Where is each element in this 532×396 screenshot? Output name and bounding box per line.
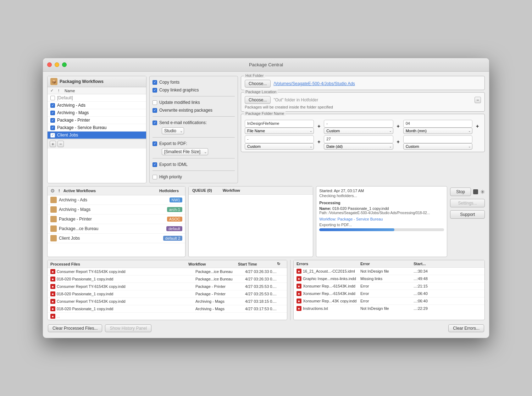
active-item-client-jobs[interactable]: Client Jobs default 2 <box>48 234 185 243</box>
status-path-value: /Volumes/SeagateE-500-4/Jobs/Studio Ads/… <box>328 211 430 215</box>
folder-seg2-value: - <box>324 120 393 128</box>
folder-r2-seg1-dropdown[interactable]: Custom <box>245 143 314 150</box>
overwrite-row: ✓ Overwrite existing packages <box>153 107 235 113</box>
status-processing-label: Processing <box>319 201 444 205</box>
th-errors-type: Error <box>360 262 414 266</box>
workflow-item-package-service[interactable]: ✓ Package - Service Bureau <box>48 124 146 132</box>
folder-seg2-select[interactable]: Custom <box>324 128 393 134</box>
workflow-item-default[interactable]: [Default] <box>48 94 146 102</box>
error-row-4: ■Xonsumer Rep...43K copy.indd Error ...:… <box>294 297 484 305</box>
folder-seg3-select[interactable]: Month (mm) <box>403 128 472 134</box>
pdf-select-wrapper[interactable]: [Smallest File Size] <box>162 148 208 155</box>
error-row-0: ■16_21_Acoust...-CC2015.idml Not InDesig… <box>294 268 484 275</box>
maximize-button[interactable] <box>62 62 67 67</box>
close-button[interactable] <box>47 62 52 67</box>
col-active-hotfolders: Hotfolders <box>159 189 182 193</box>
workflow-item-archiving-mags[interactable]: ✓ Archiving - Mags <box>48 109 146 117</box>
active-item-package-printer[interactable]: Package - Printer ASOC <box>48 214 185 224</box>
support-button[interactable]: Support <box>450 210 485 219</box>
clear-errors-button[interactable]: Clear Errors... <box>448 324 484 332</box>
copy-fonts-checkbox[interactable]: ✓ <box>153 80 157 85</box>
workflow-checkbox-default[interactable] <box>50 96 55 100</box>
active-icon-package-printer <box>50 216 57 222</box>
workflow-checkbox-package-printer[interactable]: ✓ <box>50 118 55 123</box>
add-workflow-button[interactable]: + <box>50 141 56 147</box>
workflow-item-archiving-ads[interactable]: ✓ Archiving - Ads <box>48 102 146 109</box>
stop-button[interactable]: Stop <box>450 188 471 196</box>
workflows-header: 📦 Packaging Workflows <box>48 76 146 87</box>
td-error-type-0: Not InDesign file <box>360 269 414 273</box>
folder-add1[interactable]: + <box>474 123 481 134</box>
email-select[interactable]: Studio <box>162 127 184 134</box>
folder-r2-seg3-select[interactable]: Custom <box>403 143 472 150</box>
folder-r2-seg1-select[interactable]: Custom <box>245 143 314 150</box>
high-priority-label: High priority <box>159 174 182 179</box>
workflow-name-package-service: Package - Service Bureau <box>57 125 106 130</box>
folder-add2[interactable] <box>474 145 481 150</box>
right-panel: Hot Folder Choose... /Volumes/SeagateE-5… <box>241 76 485 183</box>
td-error-start-0: ...:30:34 <box>414 269 482 273</box>
folder-r2-op2: + <box>395 139 402 150</box>
active-icon-archiving-ads <box>50 197 57 203</box>
workflow-name-archiving-mags: Archiving - Mags <box>57 110 89 115</box>
overwrite-label: Overwrite existing packages <box>159 108 212 113</box>
active-item-archiving-mags[interactable]: Archiving - Mags arch-1 <box>48 205 185 214</box>
minimize-button[interactable] <box>55 62 59 67</box>
remove-workflow-button[interactable]: − <box>57 141 64 147</box>
active-icon-archiving-mags <box>50 206 57 213</box>
active-item-package-bureau[interactable]: Package...ce Bureau default <box>48 224 185 234</box>
export-idml-checkbox[interactable]: ✓ <box>153 162 157 167</box>
folder-op2: + <box>395 123 402 134</box>
folder-seg1-select[interactable]: File Name <box>245 128 314 134</box>
workflow-checkbox-client-jobs[interactable]: ✓ <box>50 133 55 138</box>
file-icon-6: ■ <box>50 314 55 319</box>
active-item-archiving-ads[interactable]: Archiving - Ads NW1 <box>48 195 185 205</box>
folder-r2-seg2-select[interactable]: Date (dd) <box>324 143 393 150</box>
processed-row-5: ■018-020 Passionate_1 copy.indd Archivin… <box>48 305 287 313</box>
pdf-select-row: [Smallest File Size] <box>153 148 235 155</box>
pdf-select[interactable]: [Smallest File Size] <box>162 148 208 155</box>
status-checking: Checking hotfolders... <box>319 194 444 198</box>
workflow-checkbox-package-service[interactable]: ✓ <box>50 126 55 130</box>
processed-row-1: ■018-020 Passionate_1 copy.indd Package.… <box>48 275 287 283</box>
overwrite-checkbox[interactable]: ✓ <box>153 108 157 113</box>
folder-seg3-dropdown[interactable]: Month (mm) <box>403 128 472 134</box>
error-icon-5: ■ <box>297 306 301 311</box>
update-modified-checkbox[interactable] <box>153 100 157 105</box>
progress-bar-fill <box>319 228 394 231</box>
export-pdf-checkbox[interactable]: ✓ <box>153 141 157 146</box>
export-idml-label: Export to IDML <box>159 162 188 167</box>
settings-button[interactable]: Settings... <box>450 199 485 207</box>
hot-folder-choose-button[interactable]: Choose... <box>245 80 271 88</box>
processed-row-4: ■Consumer Report TY-61543K copy.indd Arc… <box>48 298 287 305</box>
status-name-label: Name: <box>319 206 331 211</box>
folder-r2-seg2-value: 27 <box>324 135 393 143</box>
show-history-button[interactable]: Show History Panel <box>105 324 151 332</box>
send-email-checkbox[interactable]: ✓ <box>153 121 157 125</box>
workflows-footer: + − <box>48 139 146 149</box>
copy-linked-checkbox[interactable]: ✓ <box>153 88 157 93</box>
workflow-item-package-printer[interactable]: ✓ Package - Printer <box>48 117 146 124</box>
folder-r2-seg3-dropdown[interactable]: Custom <box>403 143 472 150</box>
high-priority-checkbox[interactable] <box>153 175 157 179</box>
package-location-choose-button[interactable]: Choose... <box>245 96 271 104</box>
package-location-remove-button[interactable]: − <box>475 97 481 103</box>
workflow-checkbox-archiving-ads[interactable]: ✓ <box>50 103 55 108</box>
td-workflow-4: Archiving - Mags <box>195 299 245 303</box>
clear-processed-button[interactable]: Clear Processed Files... <box>48 324 102 332</box>
export-pdf-label: Export to PDF: <box>159 141 187 146</box>
folder-seg1-value: InDesignFileName <box>245 120 314 128</box>
folder-seg1-dropdown[interactable]: File Name <box>245 128 314 134</box>
status-exporting: Exporting to PDF... <box>319 223 444 227</box>
status-name-value: 018-020 Passionate_1 copy.indd <box>332 206 389 211</box>
folder-r2-seg2: 27 Date (dd) <box>324 135 393 150</box>
status-workflow-value: Package - Service Bureau <box>337 217 383 221</box>
email-select-wrapper[interactable]: Studio <box>162 127 184 134</box>
update-modified-label: Update modified links <box>159 100 200 105</box>
gear-icon[interactable]: ⚙ <box>50 188 55 194</box>
workflow-checkbox-archiving-mags[interactable]: ✓ <box>50 111 55 115</box>
folder-r2-seg2-dropdown[interactable]: Date (dd) <box>324 143 393 150</box>
folder-seg2-dropdown[interactable]: Custom <box>324 128 393 134</box>
workflow-item-client-jobs[interactable]: ✓ Client Jobs <box>48 132 146 139</box>
td-error-start-3: ...:06:40 <box>414 291 482 296</box>
